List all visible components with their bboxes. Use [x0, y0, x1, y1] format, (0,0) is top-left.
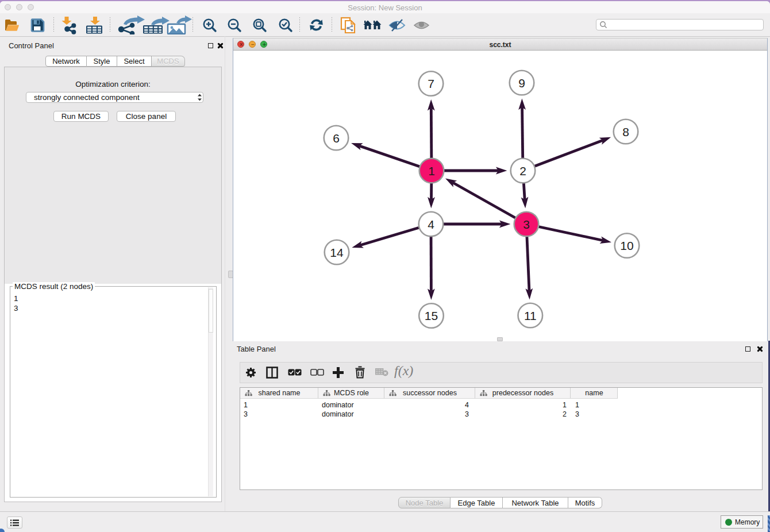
svg-text:4: 4 — [428, 218, 434, 231]
svg-text:1: 1 — [428, 164, 435, 178]
svg-text:2: 2 — [519, 164, 526, 178]
svg-text:15: 15 — [425, 309, 438, 322]
svg-text:10: 10 — [620, 239, 633, 252]
svg-text:9: 9 — [518, 76, 525, 90]
svg-text:3: 3 — [523, 218, 530, 231]
svg-text:8: 8 — [622, 125, 629, 138]
svg-text:6: 6 — [333, 132, 340, 145]
svg-text:11: 11 — [524, 309, 537, 322]
svg-text:7: 7 — [428, 77, 434, 90]
svg-text:14: 14 — [330, 246, 344, 259]
